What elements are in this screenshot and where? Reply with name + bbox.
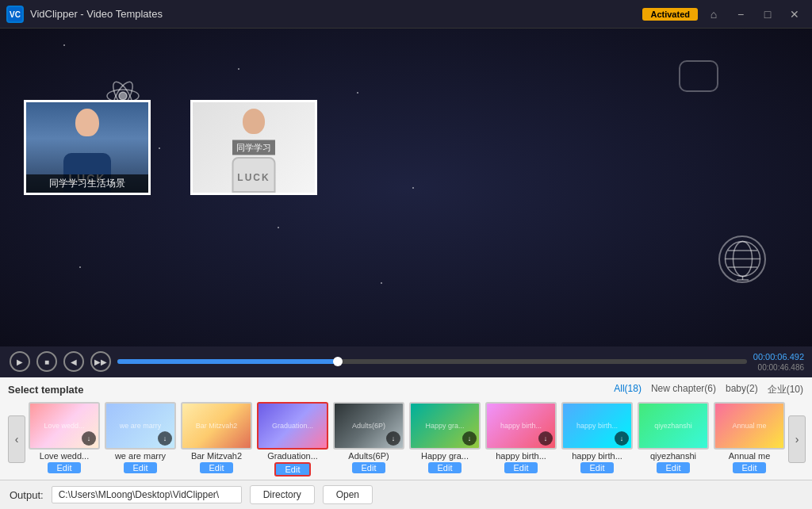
template-item-8[interactable]: ↓ happy birth... happy birth... Edit <box>561 402 633 476</box>
template-label-3: Bar Mitzvah2 <box>181 451 252 461</box>
template-thumb-5: ↓ Adults(6P) <box>333 402 404 450</box>
edit-button-1[interactable]: Edit <box>48 462 82 473</box>
download-icon: ↓ <box>538 431 553 446</box>
edit-button-10[interactable]: Edit <box>733 462 767 473</box>
template-filters: All(18) New chapter(6) baby(2) 企业(10) <box>611 382 806 397</box>
play-button[interactable]: ▶ <box>10 351 30 372</box>
template-item-10[interactable]: Annual me Annual me Edit <box>714 402 785 476</box>
template-thumb-7: ↓ happy birth... <box>485 402 557 450</box>
template-thumb-8: ↓ happy birth... <box>561 402 633 450</box>
template-thumb-2: ↓ we are marry <box>105 402 176 450</box>
playback-bar: ▶ ■ ◀ ▶▶ 00:00:06.492 00:00:46.486 <box>0 346 812 377</box>
scroll-right-button[interactable]: › <box>788 415 806 463</box>
close-button[interactable]: ✕ <box>783 6 806 23</box>
edit-button-9[interactable]: Edit <box>657 462 691 473</box>
download-icon: ↓ <box>386 431 400 446</box>
template-label-5: Adults(6P) <box>333 451 404 461</box>
download-icon: ↓ <box>158 431 172 446</box>
rewind-button[interactable]: ◀ <box>63 351 84 372</box>
open-button[interactable]: Open <box>323 485 373 504</box>
filter-all[interactable]: All(18) <box>611 382 644 397</box>
progress-bar[interactable] <box>117 359 747 364</box>
template-thumb-6: ↓ Happy gra... <box>409 402 481 450</box>
speech-bubble-decoration <box>679 60 718 92</box>
titlebar: VC VidClipper - Video Templates Activate… <box>0 0 812 29</box>
stop-button[interactable]: ■ <box>36 351 57 372</box>
edit-button-8[interactable]: Edit <box>580 462 615 473</box>
svg-point-2 <box>119 92 127 100</box>
titlebar-right: Activated ⌂ − □ ✕ <box>642 6 806 23</box>
template-item-7[interactable]: ↓ happy birth... happy birth... Edit <box>485 402 557 476</box>
template-thumb-4: Graduation... <box>257 402 328 450</box>
template-label-6: Happy gra... <box>409 451 481 461</box>
download-icon: ↓ <box>82 431 96 446</box>
output-label: Output: <box>10 489 44 501</box>
forward-button[interactable]: ▶▶ <box>90 351 111 372</box>
left-panel: LUCK 同学学习生活场景 LUCK 同学学习 <box>0 29 812 509</box>
template-label-2: we are marry <box>105 451 176 461</box>
template-label-4: Graduation... <box>257 451 328 461</box>
globe-decoration <box>718 235 766 283</box>
directory-button[interactable]: Directory <box>250 485 315 504</box>
download-icon: ↓ <box>615 431 629 446</box>
output-bar: Output: Directory Open <box>0 480 812 509</box>
template-label-9: qiyezhanshi <box>638 451 709 461</box>
template-section: Select template All(18) New chapter(6) b… <box>0 377 812 480</box>
template-label-10: Annual me <box>714 451 785 461</box>
template-item-9[interactable]: qiyezhanshi qiyezhanshi Edit <box>638 402 709 476</box>
maximize-button[interactable]: □ <box>756 6 779 23</box>
titlebar-left: VC VidClipper - Video Templates <box>6 6 163 23</box>
template-label-1: Love wedd... <box>29 451 100 461</box>
scroll-left-button[interactable]: ‹ <box>8 415 25 463</box>
template-item-3[interactable]: Bar Mitzvah2 Bar Mitzvah2 Edit <box>181 402 252 476</box>
edit-button-3[interactable]: Edit <box>200 462 234 473</box>
template-item-1[interactable]: ↓ Love wedd... Love wedd... Edit <box>29 402 100 476</box>
home-button[interactable]: ⌂ <box>703 6 725 23</box>
main-layout: LUCK 同学学习生活场景 LUCK 同学学习 <box>0 29 812 509</box>
progress-thumb <box>333 357 343 366</box>
template-strip-wrap: ‹ ↓ Love wedd... Love wedd... Edit ↓ we … <box>8 402 806 476</box>
template-item-6[interactable]: ↓ Happy gra... Happy gra... Edit <box>409 402 481 476</box>
edit-button-2[interactable]: Edit <box>124 462 158 473</box>
template-thumb-3: Bar Mitzvah2 <box>181 402 252 450</box>
edit-button-7[interactable]: Edit <box>504 462 538 473</box>
preview-area: LUCK 同学学习生活场景 LUCK 同学学习 <box>0 29 812 346</box>
edit-button-5[interactable]: Edit <box>352 462 386 473</box>
template-item-2[interactable]: ↓ we are marry we are marry Edit <box>105 402 176 476</box>
template-thumb-9: qiyezhanshi <box>638 402 709 450</box>
template-label-8: happy birth... <box>561 451 633 461</box>
filter-enterprise[interactable]: 企业(10) <box>765 382 806 397</box>
edit-button-6[interactable]: Edit <box>428 462 462 473</box>
photo-frame-2: LUCK 同学学习 <box>190 100 317 195</box>
filter-new-chapter[interactable]: New chapter(6) <box>649 382 718 397</box>
svg-text:VC: VC <box>10 10 21 19</box>
output-path-input[interactable] <box>52 486 242 503</box>
template-thumb-1: ↓ Love wedd... <box>29 402 100 450</box>
minimize-button[interactable]: − <box>730 6 752 23</box>
time-display: 00:00:06.492 00:00:46.486 <box>753 351 804 373</box>
template-thumb-10: Annual me <box>714 402 785 450</box>
app-icon: VC <box>6 6 24 23</box>
controls-row: ▶ ■ ◀ ▶▶ 00:00:06.492 00:00:46.486 <box>10 351 804 373</box>
activated-badge: Activated <box>642 8 698 21</box>
progress-fill <box>117 359 338 364</box>
filter-baby[interactable]: baby(2) <box>723 382 760 397</box>
subtitle-frame1: 同学学习生活场景 <box>26 174 148 193</box>
template-header: Select template All(18) New chapter(6) b… <box>8 382 806 397</box>
app-title: VidClipper - Video Templates <box>30 8 163 20</box>
template-item-4[interactable]: Graduation... Graduation... Edit <box>257 402 328 476</box>
template-item-5[interactable]: ↓ Adults(6P) Adults(6P) Edit <box>333 402 404 476</box>
edit-button-4[interactable]: Edit <box>274 462 312 476</box>
subtitle-frame2: 同学学习 <box>232 140 275 155</box>
template-section-title: Select template <box>8 384 83 396</box>
template-label-7: happy birth... <box>485 451 557 461</box>
photo-frame-1: LUCK 同学学习生活场景 <box>24 100 151 195</box>
download-icon: ↓ <box>462 431 477 446</box>
template-strip: ↓ Love wedd... Love wedd... Edit ↓ we ar… <box>29 402 785 476</box>
